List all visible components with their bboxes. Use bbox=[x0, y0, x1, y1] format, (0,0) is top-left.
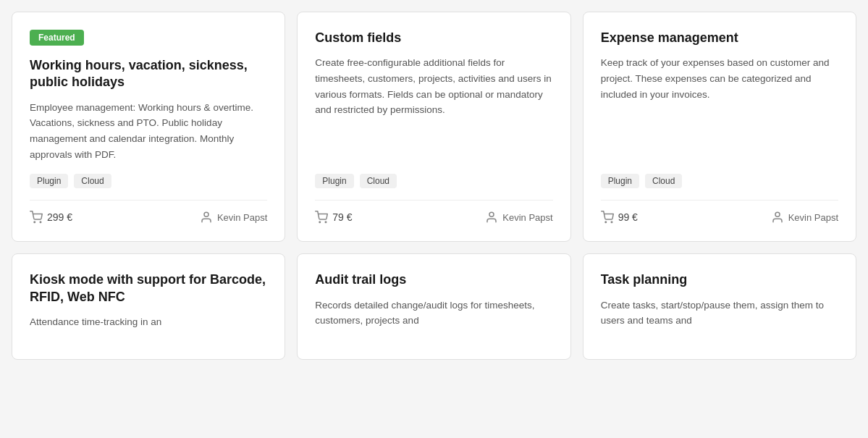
card-description: Attendance time-tracking in an bbox=[30, 314, 267, 330]
tag-label: Plugin bbox=[315, 174, 353, 188]
card-tags: PluginCloud bbox=[315, 174, 552, 188]
featured-badge: Featured bbox=[30, 30, 84, 46]
card-task-planning[interactable]: Task planningCreate tasks, start/stop/pa… bbox=[583, 253, 856, 359]
card-title: Custom fields bbox=[315, 30, 552, 46]
card-expense-management[interactable]: Expense managementKeep track of your exp… bbox=[583, 12, 856, 242]
author-info: Kevin Papst bbox=[200, 211, 267, 224]
card-description: Create tasks, start/stop/pause them, ass… bbox=[601, 298, 838, 330]
author-name: Kevin Papst bbox=[502, 212, 552, 223]
user-icon bbox=[485, 211, 498, 224]
card-title: Audit trail logs bbox=[315, 271, 552, 288]
svg-point-3 bbox=[319, 222, 321, 223]
author-info: Kevin Papst bbox=[485, 211, 552, 224]
tag-label: Plugin bbox=[30, 174, 68, 188]
user-icon bbox=[771, 211, 784, 224]
author-name: Kevin Papst bbox=[217, 212, 267, 223]
card-working-hours[interactable]: FeaturedWorking hours, vacation, sicknes… bbox=[12, 12, 285, 242]
card-title: Expense management bbox=[601, 30, 838, 46]
card-description: Records detailed change/audit logs for t… bbox=[315, 298, 552, 330]
card-kiosk-mode[interactable]: Kiosk mode with support for Barcode, RFI… bbox=[12, 253, 285, 359]
price-text: 99 € bbox=[618, 211, 638, 223]
price-info: 299 € bbox=[30, 211, 72, 224]
card-footer: 99 € Kevin Papst bbox=[601, 200, 838, 224]
card-custom-fields[interactable]: Custom fieldsCreate free-configurable ad… bbox=[297, 12, 570, 242]
svg-point-6 bbox=[605, 222, 607, 223]
svg-point-5 bbox=[489, 212, 494, 216]
card-title: Kiosk mode with support for Barcode, RFI… bbox=[30, 271, 267, 306]
card-tags: PluginCloud bbox=[601, 174, 838, 188]
tag-label: Cloud bbox=[360, 174, 397, 188]
author-name: Kevin Papst bbox=[788, 212, 838, 223]
tag-label: Plugin bbox=[601, 174, 639, 188]
svg-point-7 bbox=[611, 222, 612, 223]
cart-icon bbox=[601, 211, 614, 224]
user-icon bbox=[200, 211, 213, 224]
author-info: Kevin Papst bbox=[771, 211, 838, 224]
card-audit-trail[interactable]: Audit trail logsRecords detailed change/… bbox=[297, 253, 570, 359]
price-info: 79 € bbox=[315, 211, 352, 224]
card-title: Working hours, vacation, sickness, publi… bbox=[30, 57, 267, 91]
price-text: 299 € bbox=[47, 211, 72, 223]
card-title: Task planning bbox=[601, 271, 838, 288]
svg-point-8 bbox=[775, 212, 780, 216]
card-footer: 299 € Kevin Papst bbox=[30, 200, 267, 224]
tag-label: Cloud bbox=[74, 174, 111, 188]
card-description: Employee management: Working hours & ove… bbox=[30, 100, 267, 162]
card-description: Create free-configurable additional fiel… bbox=[315, 55, 552, 162]
svg-point-4 bbox=[326, 222, 327, 223]
cards-grid: FeaturedWorking hours, vacation, sicknes… bbox=[12, 12, 856, 360]
tag-label: Cloud bbox=[645, 174, 682, 188]
card-description: Keep track of your expenses based on cus… bbox=[601, 55, 838, 162]
svg-point-0 bbox=[34, 222, 35, 223]
card-footer: 79 € Kevin Papst bbox=[315, 200, 552, 224]
price-info: 99 € bbox=[601, 211, 638, 224]
price-text: 79 € bbox=[332, 211, 352, 223]
cart-icon bbox=[315, 211, 328, 224]
svg-point-1 bbox=[40, 222, 41, 223]
svg-point-2 bbox=[204, 212, 208, 216]
cart-icon bbox=[30, 211, 43, 224]
card-tags: PluginCloud bbox=[30, 174, 267, 188]
